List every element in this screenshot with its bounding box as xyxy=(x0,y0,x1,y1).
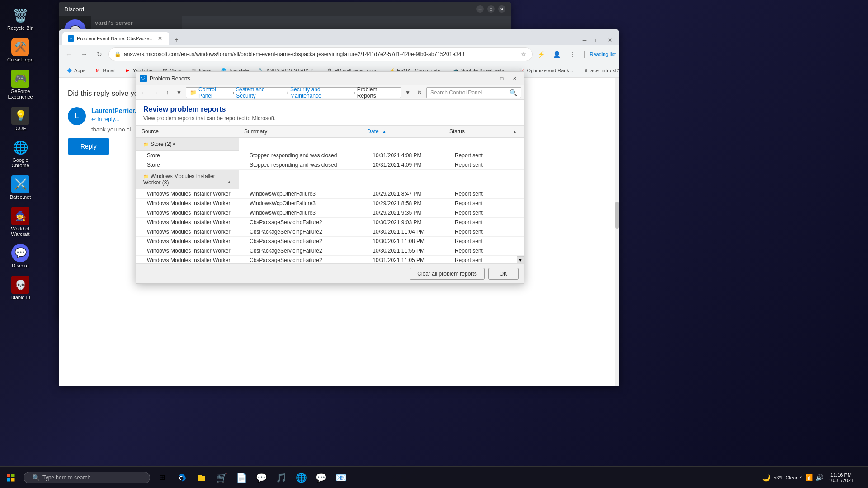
taskbar-mail-btn[interactable]: 📧 xyxy=(331,468,351,488)
table-row[interactable]: Windows Modules Installer WorkerWindowsW… xyxy=(136,208,524,218)
col-summary[interactable]: Summary xyxy=(239,126,362,138)
table-row[interactable]: Windows Modules Installer WorkerCbsPacka… xyxy=(136,218,524,227)
taskbar-spotify-btn[interactable]: 🎵 xyxy=(271,468,291,488)
search-control-panel-bar[interactable]: Search Control Panel 🔍 xyxy=(426,87,521,98)
dialog-back-btn[interactable]: ← xyxy=(139,88,149,98)
show-desktop-btn[interactable] xyxy=(855,468,864,488)
dialog-dropdown-btn[interactable]: ▼ xyxy=(403,88,413,98)
dialog-forward-btn[interactable]: → xyxy=(151,88,160,98)
table-row[interactable]: Windows Modules Installer WorkerCbsPacka… xyxy=(136,227,524,237)
chrome-address-bar[interactable]: 🔒 answers.microsoft.com/en-us/windows/fo… xyxy=(108,47,533,61)
col-status[interactable]: Status xyxy=(444,126,505,138)
chrome-minimize-btn[interactable]: ─ xyxy=(579,35,590,45)
tray-chevron-icon[interactable]: ^ xyxy=(800,475,802,480)
chrome-reload-btn[interactable]: ↻ xyxy=(93,48,106,61)
taskbar-edge-btn[interactable] xyxy=(172,468,192,488)
chrome-titlebar: M Problem Event Name: CbsPacka... ✕ + ─ … xyxy=(59,29,619,45)
table-group-header[interactable]: 📁Store (2)▲ xyxy=(136,138,239,151)
table-group-header[interactable]: 📁Windows Modules Installer Worker (8)▲ xyxy=(136,170,239,189)
ms-scrollbar[interactable] xyxy=(615,78,619,386)
table-row[interactable]: Windows Modules Installer WorkerCbsPacka… xyxy=(136,256,524,264)
taskbar-file-explorer-btn[interactable] xyxy=(192,468,212,488)
clear-all-btn[interactable]: Clear all problem reports xyxy=(410,268,484,280)
task-view-btn[interactable]: ⊞ xyxy=(152,468,172,488)
group-scroll-btn[interactable]: ▲ xyxy=(172,141,176,146)
row-source: Windows Modules Installer Worker xyxy=(136,189,239,199)
curseforge-icon: ⚒️ xyxy=(11,38,29,56)
chrome-reading-list-btn[interactable]: Reading list xyxy=(590,52,616,57)
table-row[interactable]: Windows Modules Installer WorkerWindowsW… xyxy=(136,199,524,208)
chrome-forward-btn[interactable]: → xyxy=(78,48,90,61)
bookmark-apps-label: Apps xyxy=(74,68,85,73)
breadcrumb-control-panel[interactable]: Control Panel xyxy=(198,86,231,99)
icue-label: iCUE xyxy=(14,126,26,131)
table-row[interactable]: StoreStopped responding and was closed10… xyxy=(136,151,524,160)
ms-scrollbar-thumb[interactable] xyxy=(615,202,619,229)
chrome-close-btn[interactable]: ✕ xyxy=(604,35,616,45)
col-date[interactable]: Date ▲ xyxy=(362,126,444,138)
dialog-header: Review problem reports View problem repo… xyxy=(136,100,524,126)
group-scroll-btn[interactable]: ▲ xyxy=(227,179,231,184)
dialog-title-text: Problem Reports xyxy=(150,75,481,82)
chrome-active-tab[interactable]: M Problem Event Name: CbsPacka... ✕ xyxy=(62,32,169,45)
desktop: 🗑️ Recycle Bin ⚒️ CurseForge 🎮 GeForce E… xyxy=(0,0,868,488)
bookmark-apps[interactable]: 🔷 Apps xyxy=(62,66,89,75)
breadcrumb-security-maintenance[interactable]: Security and Maintenance xyxy=(290,86,352,99)
dialog-refresh-btn[interactable]: ↻ xyxy=(415,88,425,98)
table-row[interactable]: Windows Modules Installer WorkerWindowsW… xyxy=(136,189,524,199)
taskbar-skype-btn[interactable]: 💬 xyxy=(251,468,271,488)
taskbar-chrome-btn[interactable]: 🌐 xyxy=(291,468,311,488)
bookmark-apps-favicon: 🔷 xyxy=(66,67,72,74)
taskbar-office-btn[interactable]: 📄 xyxy=(231,468,251,488)
desktop-icon-curseforge[interactable]: ⚒️ CurseForge xyxy=(5,36,36,64)
desktop-icon-recycle-bin[interactable]: 🗑️ Recycle Bin xyxy=(5,5,36,33)
chrome-profile-btn[interactable]: 👤 xyxy=(551,48,563,61)
tray-volume-icon[interactable]: 🔊 xyxy=(816,474,823,481)
table-row[interactable]: Windows Modules Installer WorkerCbsPacka… xyxy=(136,237,524,246)
start-button[interactable] xyxy=(0,467,22,488)
desktop-icon-discord[interactable]: 💬 Discord xyxy=(5,242,36,270)
col-source[interactable]: Source xyxy=(136,126,239,138)
ms-username[interactable]: LaurentPerrier... xyxy=(91,107,140,114)
table-scroll-down-btn[interactable]: ▼ xyxy=(517,256,524,263)
taskbar-search-box[interactable]: 🔍 Type here to search xyxy=(24,472,150,483)
search-cp-icon[interactable]: 🔍 xyxy=(509,89,517,96)
dialog-close-btn[interactable]: ✕ xyxy=(509,74,520,84)
chrome-maximize-btn[interactable]: □ xyxy=(591,35,603,45)
chrome-new-tab-btn[interactable]: + xyxy=(171,34,182,45)
taskbar-store-btn[interactable]: 🛒 xyxy=(212,468,231,488)
table-row[interactable]: StoreStopped responding and was closed10… xyxy=(136,160,524,170)
desktop-icon-battlenet[interactable]: ⚔️ Battle.net xyxy=(5,174,36,202)
row-date: 10/31/2021 4:09 PM xyxy=(362,160,444,170)
discord-maximize-btn[interactable]: □ xyxy=(487,5,495,13)
discord-close-btn[interactable]: ✕ xyxy=(498,5,505,13)
desktop-icon-diablo[interactable]: 💀 Diablo III xyxy=(5,274,36,302)
desktop-icon-wow[interactable]: 🧙 World of Warcraft xyxy=(5,205,36,239)
taskbar-discord-btn[interactable]: 💬 xyxy=(311,468,331,488)
tray-network-icon[interactable]: 📶 xyxy=(805,474,813,481)
bookmark-gmail[interactable]: M Gmail xyxy=(91,66,119,75)
dialog-recent-btn[interactable]: ▼ xyxy=(174,88,184,98)
table-scroll-up-btn[interactable]: ▲ xyxy=(513,129,517,134)
tray-datetime[interactable]: 11:16 PM 10/31/2021 xyxy=(829,472,854,483)
chrome-tab-close-btn[interactable]: ✕ xyxy=(156,35,164,42)
discord-minimize-btn[interactable]: ─ xyxy=(476,5,484,13)
ok-btn[interactable]: OK xyxy=(488,268,519,280)
chrome-extensions-btn[interactable]: ⚡ xyxy=(535,48,548,61)
desktop-icon-geforce[interactable]: 🎮 GeForce Experience xyxy=(5,68,36,101)
dialog-footer: Clear all problem reports OK xyxy=(136,263,524,283)
table-row[interactable]: Windows Modules Installer WorkerCbsPacka… xyxy=(136,246,524,256)
dialog-up-btn[interactable]: ↑ xyxy=(162,88,172,98)
dialog-minimize-btn[interactable]: ─ xyxy=(483,74,495,84)
dialog-restore-btn[interactable]: □ xyxy=(496,74,508,84)
desktop-icon-icue[interactable]: 💡 iCUE xyxy=(5,105,36,133)
chrome-menu-btn[interactable]: ⋮ xyxy=(566,48,579,61)
chrome-bookmark-btn[interactable]: ☆ xyxy=(521,51,527,58)
dialog-titlebar: 🛡 Problem Reports ─ □ ✕ xyxy=(136,72,524,85)
breadcrumb-system-security[interactable]: System and Security xyxy=(236,86,285,99)
chrome-toolbar: ← → ↻ 🔒 answers.microsoft.com/en-us/wind… xyxy=(59,45,619,63)
bookmark-acer[interactable]: 🖥 acer nitro xf273 sb... xyxy=(579,66,619,75)
desktop-icon-google-chrome[interactable]: 🌐 Google Chrome xyxy=(5,136,36,170)
ms-reply-button[interactable]: Reply xyxy=(68,138,109,155)
chrome-back-btn[interactable]: ← xyxy=(62,48,75,61)
